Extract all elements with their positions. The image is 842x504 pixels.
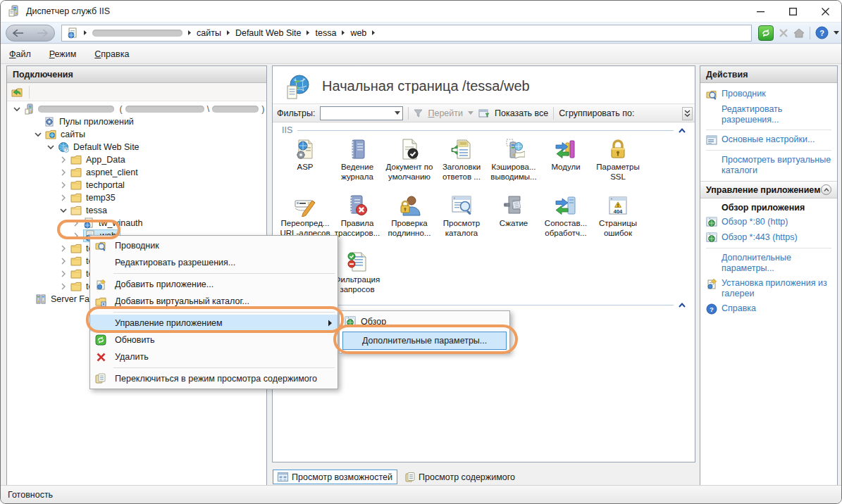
expander-right-icon[interactable] xyxy=(72,232,80,239)
tree-item-label: temp35 xyxy=(85,193,117,203)
tree-item-server[interactable]: ( \ ) xyxy=(7,103,266,115)
action-install-from-gallery[interactable]: Установка приложения из галереи xyxy=(706,276,831,301)
feature-response-headers[interactable]: Заголовки ответов ... xyxy=(435,134,488,182)
tree-item-aspnet-client[interactable]: aspnet_client xyxy=(7,166,266,179)
crumb-sites[interactable]: сайты xyxy=(197,28,221,38)
feature-output-caching[interactable]: Кэширова... выводимы... xyxy=(488,134,540,182)
breadcrumb[interactable]: сайты Default Web Site tessa web xyxy=(61,25,752,42)
expander-right-icon[interactable] xyxy=(59,169,68,176)
help-icon[interactable]: ? xyxy=(815,26,829,39)
tree-item-tw-winauth[interactable]: tw_winauth xyxy=(7,217,266,229)
tree-item-techportal[interactable]: techportal xyxy=(7,179,266,191)
feature-handler-mappings[interactable]: Сопостав... обработч... xyxy=(540,190,592,238)
tab-features-view[interactable]: Просмотр возможностей xyxy=(273,470,397,484)
context-item-add-application[interactable]: Добавить приложение... xyxy=(90,276,338,293)
context-item-edit-permissions[interactable]: Редактировать разрешения... xyxy=(90,254,338,271)
crumb-tessa[interactable]: tessa xyxy=(315,28,336,38)
collapse-group-icon[interactable] xyxy=(679,303,686,308)
expander-down-icon[interactable] xyxy=(34,132,42,137)
feature-directory-browsing[interactable]: Просмотр каталога xyxy=(435,190,488,238)
minimize-button[interactable] xyxy=(744,1,776,22)
menu-file[interactable]: Файл xyxy=(9,49,31,59)
feature-error-pages[interactable]: 404 Страницы ошибок xyxy=(592,190,644,238)
home-icon[interactable] xyxy=(793,28,805,38)
tree-item-app-pools[interactable]: Пулы приложений xyxy=(7,115,266,128)
expand-toolbar-icon[interactable] xyxy=(682,107,693,120)
tree-item-app-data[interactable]: App_Data xyxy=(7,153,266,166)
feature-compression[interactable]: Сжатие xyxy=(488,190,540,238)
feature-logging[interactable]: Ведение журнала xyxy=(331,134,383,182)
feature-modules[interactable]: Модули xyxy=(540,134,592,182)
menu-help[interactable]: Справка xyxy=(94,49,129,59)
expander-right-icon[interactable] xyxy=(59,194,68,201)
action-help[interactable]: ? Справка xyxy=(706,301,831,317)
context-item-delete[interactable]: Удалить xyxy=(90,348,338,365)
expander-right-icon[interactable] xyxy=(59,270,68,277)
help-dropdown-icon[interactable] xyxy=(834,31,839,34)
navigation-buttons xyxy=(6,25,55,42)
context-item-add-virtual-directory[interactable]: Добавить виртуальный каталог... xyxy=(90,293,338,310)
feature-default-document[interactable]: Документ по умолчанию xyxy=(383,134,435,182)
submenu-item-advanced-settings[interactable]: Дополнительные параметры... xyxy=(342,332,507,350)
feature-asp[interactable]: ASP xyxy=(279,134,331,182)
server-farm-icon xyxy=(35,294,47,305)
context-item-manage-application[interactable]: Управление приложением xyxy=(90,315,338,332)
action-advanced-settings[interactable]: Дополнительные параметры... xyxy=(706,251,831,276)
feature-url-rewrite[interactable]: Переопред... URL-адресов xyxy=(279,190,331,238)
expander-right-icon[interactable] xyxy=(59,245,68,252)
expander-right-icon[interactable] xyxy=(59,258,68,265)
expander-down-icon[interactable] xyxy=(13,107,21,112)
action-browse-80[interactable]: Обзор *:80 (http) xyxy=(706,215,831,230)
tree-item-default-web-site[interactable]: ? Default Web Site xyxy=(7,141,266,153)
collapse-group-icon[interactable] xyxy=(679,128,686,133)
action-browse-443[interactable]: Обзор *:443 (https) xyxy=(706,230,831,246)
content-view-icon xyxy=(405,472,415,482)
action-edit-permissions[interactable]: Редактировать разрешения... xyxy=(706,102,831,127)
stop-icon[interactable] xyxy=(779,28,788,38)
action-view-virtual-directories[interactable]: Просмотреть виртуальные каталоги xyxy=(706,153,831,178)
submenu-item-browse[interactable]: Обзор xyxy=(340,313,509,330)
context-item-refresh[interactable]: Обновить xyxy=(90,332,338,348)
tab-content-view[interactable]: Просмотр содержимого xyxy=(401,470,519,484)
tree-item-sites[interactable]: сайты xyxy=(7,128,266,141)
expander-right-icon[interactable] xyxy=(59,156,68,163)
feature-label: Сопостав... обработч... xyxy=(540,218,592,238)
context-item-label: Добавить виртуальный каталог... xyxy=(111,296,249,306)
action-basic-settings[interactable]: Основные настройки... xyxy=(706,132,831,148)
forward-icon[interactable] xyxy=(37,30,48,37)
menu-view[interactable]: Режим xyxy=(49,49,77,59)
refresh-icon[interactable] xyxy=(758,25,774,41)
filter-combobox[interactable] xyxy=(320,106,403,120)
tree-item-tessa[interactable]: tessa xyxy=(7,204,266,217)
tree-item-temp35[interactable]: temp35 xyxy=(7,191,266,204)
feature-tracing-rules[interactable]: Правила трассиров... xyxy=(331,190,383,238)
collapse-section-icon[interactable] xyxy=(821,184,831,195)
expander-right-icon[interactable] xyxy=(72,220,80,227)
context-item-explorer[interactable]: Проводник xyxy=(90,237,338,254)
actions-group-manage-application[interactable]: Управление приложением xyxy=(700,181,837,199)
feature-authentication[interactable]: Проверка подлинно... xyxy=(383,190,435,238)
close-button[interactable] xyxy=(809,1,841,22)
folder-icon xyxy=(70,167,82,178)
show-all-button[interactable]: Показать все xyxy=(495,108,548,118)
expander-right-icon[interactable] xyxy=(59,182,68,189)
expander-down-icon[interactable] xyxy=(47,145,55,150)
feature-label: Сжатие xyxy=(488,218,540,228)
feature-ssl-settings[interactable]: Параметры SSL xyxy=(592,134,644,182)
back-icon[interactable] xyxy=(13,30,24,37)
crumb-web[interactable]: web xyxy=(350,28,366,38)
expander-right-icon[interactable] xyxy=(59,283,68,290)
go-dropdown-icon[interactable] xyxy=(468,111,473,115)
add-application-icon xyxy=(90,279,111,290)
action-explorer[interactable]: Проводник xyxy=(706,87,831,102)
maximize-button[interactable] xyxy=(776,1,809,22)
go-button[interactable]: Перейти xyxy=(428,108,463,118)
context-item-switch-to-content-view[interactable]: Переключиться в режим просмотра содержим… xyxy=(90,370,338,387)
expander-down-icon[interactable] xyxy=(59,208,68,213)
feature-request-filtering[interactable]: Фильтрация запросов xyxy=(331,246,383,294)
actions-separator xyxy=(706,248,831,248)
save-connection-icon[interactable] xyxy=(11,86,23,99)
filter-label: Фильтры: xyxy=(277,108,315,118)
crumb-default-web-site[interactable]: Default Web Site xyxy=(235,28,302,38)
context-item-label: Проводник xyxy=(111,241,159,251)
